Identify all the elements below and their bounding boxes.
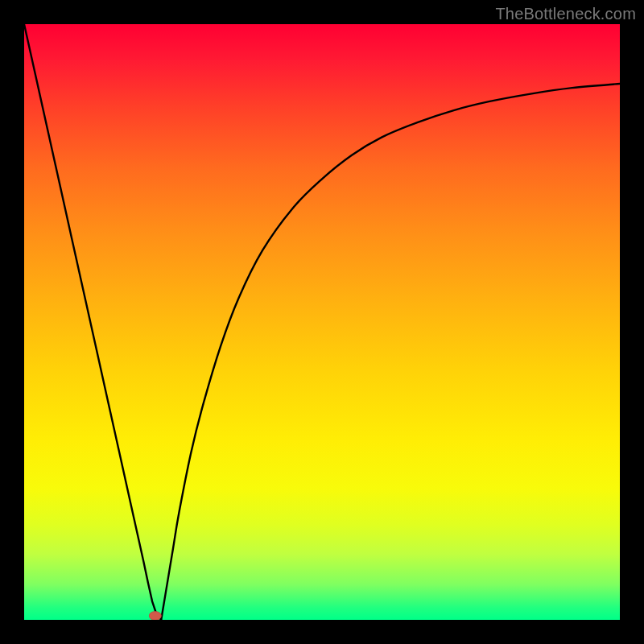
bottleneck-curve <box>24 24 620 620</box>
watermark-text: TheBottleneck.com <box>495 5 636 23</box>
plot-area <box>24 24 620 620</box>
minimum-marker-icon <box>149 612 161 621</box>
chart-frame: TheBottleneck.com <box>0 0 644 644</box>
